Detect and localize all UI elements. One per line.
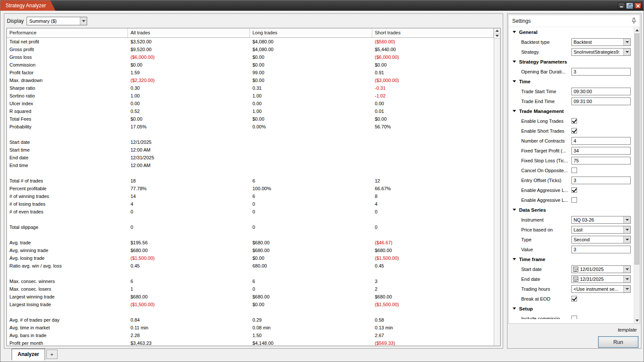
table-row[interactable] bbox=[7, 231, 494, 239]
table-row[interactable]: Commission$0.00$0.00$0.00 bbox=[7, 61, 494, 69]
row-value-all: 0.00 bbox=[128, 101, 250, 106]
titlebar[interactable]: Strategy Analyzer bbox=[0, 0, 644, 11]
field-label: Price based on bbox=[521, 227, 571, 232]
settings-section-setup[interactable]: Setup bbox=[509, 304, 634, 313]
table-row[interactable]: # of even trades000 bbox=[7, 208, 494, 216]
display-dropdown[interactable]: Summary ($) bbox=[27, 17, 87, 25]
table-row[interactable] bbox=[7, 270, 494, 277]
column-header-long-trades[interactable]: Long trades bbox=[250, 28, 372, 37]
checkbox[interactable] bbox=[571, 128, 577, 134]
table-row[interactable]: Avg. bars in trade2.281.502.67 bbox=[7, 332, 494, 339]
table-row[interactable] bbox=[7, 131, 494, 138]
table-row[interactable]: Total net profit$3,520.00$4,080.00($560.… bbox=[7, 38, 494, 46]
table-row[interactable]: Max. drawdown($2,320.00)$0.00($3,000.00) bbox=[7, 76, 494, 84]
column-header-performance[interactable]: Performance bbox=[7, 28, 128, 37]
settings-section-strategy-parameters[interactable]: Strategy Parameters bbox=[509, 57, 634, 67]
table-row[interactable] bbox=[7, 216, 494, 223]
table-row[interactable]: Profit per month$3,463.23$4,148.00($569.… bbox=[7, 339, 494, 346]
scroll-up-icon[interactable] bbox=[494, 28, 500, 33]
pin-icon[interactable] bbox=[632, 18, 636, 24]
scroll-down-icon[interactable] bbox=[494, 33, 500, 39]
table-row[interactable]: # of winning trades1468 bbox=[7, 192, 494, 200]
checkbox[interactable] bbox=[571, 187, 577, 193]
table-row[interactable]: Max. consec. winners663 bbox=[7, 277, 494, 285]
checkbox[interactable] bbox=[571, 197, 577, 203]
dropdown[interactable]: Backtest bbox=[571, 38, 631, 46]
window-title-tab[interactable]: Strategy Analyzer bbox=[0, 0, 55, 11]
field-label: Strategy bbox=[521, 49, 571, 55]
template-link[interactable]: template bbox=[618, 327, 637, 332]
table-row[interactable]: # of losing trades404 bbox=[7, 200, 494, 208]
table-row[interactable]: Avg. # of trades per day0.840.290.58 bbox=[7, 316, 494, 324]
dropdown[interactable]: SnoInvestStrategies9: bbox=[571, 48, 631, 56]
settings-section-time[interactable]: Time bbox=[509, 76, 634, 86]
table-row[interactable]: Largest losing trade($1,500.00)$0.00($1,… bbox=[7, 301, 494, 308]
checkbox[interactable] bbox=[571, 316, 577, 319]
minimize-button[interactable] bbox=[618, 3, 625, 9]
scrollbar-thumb[interactable] bbox=[635, 33, 639, 265]
column-header-short-trades[interactable]: Short trades bbox=[372, 28, 494, 37]
table-row[interactable]: Avg. trade$195.56$680.00($46.67) bbox=[7, 239, 494, 246]
table-row[interactable]: Gross loss($6,000.00)$0.00($6,000.00) bbox=[7, 53, 494, 61]
table-row[interactable]: End date12/31/2025 bbox=[7, 154, 494, 161]
checkbox[interactable] bbox=[571, 167, 577, 173]
text-input[interactable]: 4 bbox=[571, 137, 631, 145]
scroll-down-icon[interactable] bbox=[634, 317, 640, 323]
text-input[interactable]: 3 bbox=[571, 246, 631, 253]
dropdown[interactable]: Last bbox=[571, 226, 631, 234]
settings-section-general[interactable]: General bbox=[509, 27, 634, 37]
text-input[interactable]: 34 bbox=[571, 147, 631, 155]
table-row[interactable]: Start time12:00 AM bbox=[7, 146, 494, 154]
table-row[interactable]: Total slippage000 bbox=[7, 223, 494, 231]
dropdown[interactable]: NQ 03-26 bbox=[571, 216, 631, 224]
table-row[interactable]: Avg. time in market0.11 min0.08 min0.13 … bbox=[7, 324, 494, 332]
checkbox[interactable] bbox=[571, 118, 577, 124]
settings-section-time-frame[interactable]: Time frame bbox=[509, 254, 634, 264]
table-row[interactable]: Percent profitable77.78%100.00%66.67% bbox=[7, 185, 494, 192]
table-row[interactable]: Sortino ratio1.001.00-1.02 bbox=[7, 92, 494, 100]
text-input[interactable]: 3 bbox=[571, 176, 631, 184]
table-row[interactable]: Max. consec. losers102 bbox=[7, 285, 494, 293]
field-label: Number of Contracts bbox=[521, 138, 571, 143]
run-button[interactable]: Run bbox=[598, 336, 638, 348]
scroll-up-icon[interactable] bbox=[634, 27, 640, 33]
table-row[interactable]: Ratio avg. win / avg. loss0.45680.000.45 bbox=[7, 262, 494, 270]
table-row[interactable] bbox=[7, 169, 494, 177]
settings-scrollbar[interactable] bbox=[634, 27, 640, 323]
table-row[interactable]: Profit factor1.5999.000.91 bbox=[7, 69, 494, 76]
settings-section-trade-management[interactable]: Trade Management bbox=[509, 106, 634, 116]
checkbox[interactable] bbox=[571, 296, 577, 301]
table-scrollbar[interactable] bbox=[494, 28, 500, 346]
table-row[interactable]: Gross profit$9,520.00$4,080.00$5,440.00 bbox=[7, 46, 494, 53]
column-header-all-trades[interactable]: All trades bbox=[128, 28, 250, 37]
table-row[interactable]: Probability17.05%0.00%56.70% bbox=[7, 123, 494, 131]
settings-section-data-series[interactable]: Data Series bbox=[509, 205, 634, 215]
restore-button[interactable] bbox=[626, 3, 633, 9]
table-row[interactable]: R squared0.521.000.01 bbox=[7, 107, 494, 115]
row-value-all: 1 bbox=[128, 286, 250, 292]
table-row[interactable]: Start date12/1/2025 bbox=[7, 138, 494, 146]
table-row[interactable]: End time12:00 AM bbox=[7, 161, 494, 169]
table-row[interactable]: Sharpe ratio0.300.31-0.31 bbox=[7, 84, 494, 92]
table-row[interactable]: Total Fees$0.00$0.00$0.00 bbox=[7, 115, 494, 123]
settings-field: Enable Short Trades bbox=[509, 126, 634, 136]
dropdown[interactable]: <Use instrument se... bbox=[571, 285, 631, 293]
date-picker[interactable]: 12/01/2025 bbox=[571, 265, 631, 273]
text-input[interactable]: 3 bbox=[571, 68, 631, 76]
add-tab-button[interactable]: + bbox=[46, 350, 58, 359]
table-row[interactable]: Avg. winning trade$680.00$680.00$680.00 bbox=[7, 246, 494, 254]
text-input[interactable]: 75 bbox=[571, 157, 631, 164]
dropdown[interactable]: Second bbox=[571, 236, 631, 243]
date-picker[interactable]: 12/31/2025 bbox=[571, 275, 631, 283]
field-value: SnoInvestStrategies9: bbox=[572, 49, 623, 55]
table-row[interactable]: Avg. losing trade($1,500.00)$0.00($1,500… bbox=[7, 254, 494, 262]
table-row[interactable]: Ulcer index0.000.000.00 bbox=[7, 100, 494, 107]
row-value-short: ($6,000.00) bbox=[372, 55, 494, 60]
close-button[interactable] bbox=[634, 3, 641, 9]
table-row[interactable]: Largest winning trade$680.00$680.00$680.… bbox=[7, 293, 494, 301]
table-row[interactable]: Total # of trades18612 bbox=[7, 177, 494, 185]
table-row[interactable] bbox=[7, 308, 494, 316]
text-input[interactable]: 09:30:00 bbox=[571, 88, 631, 95]
tab-analyzer[interactable]: Analyzer bbox=[12, 349, 45, 360]
text-input[interactable]: 09:31:00 bbox=[571, 97, 631, 105]
